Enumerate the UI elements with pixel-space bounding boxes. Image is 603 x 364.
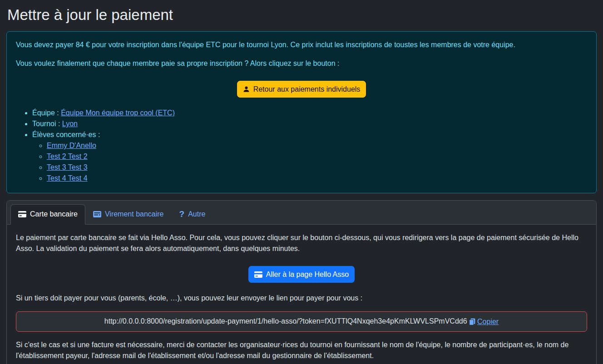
copy-link-label: Copier [477,317,499,327]
payment-link-url: http://0.0.0.0:8000/registration/update-… [104,317,467,325]
helloasso-button-label: Aller à la page Hello Asso [266,270,349,279]
team-label: Équipe : [32,109,59,117]
student-link[interactable]: Test 4 Test 4 [47,174,88,182]
third-party-paragraph: Si un tiers doit payer pour vous (parent… [16,293,587,304]
payment-methods-card: Carte bancaire Virement bancaire ? [6,200,597,364]
helloasso-page-button[interactable]: Aller à la page Hello Asso [248,266,355,283]
tournament-link[interactable]: Lyon [62,120,78,128]
person-icon [243,86,250,93]
invoice-paragraph: Si c'est le cas et si une facture est né… [16,339,587,361]
card-tab-content: Le paiement par carte bancaire se fait v… [7,225,596,364]
back-to-individual-payments-button[interactable]: Retour aux paiements individuels [237,81,366,98]
alert-paragraph-price: Vous devez payer 84 € pour votre inscrip… [16,39,587,50]
bank-transfer-icon [93,211,101,217]
student-link[interactable]: Test 2 Test 2 [47,152,88,160]
registration-details-list: Équipe : Équipe Mon équipe trop cool (ET… [16,108,587,184]
page-title: Mettre à jour le paiement [7,5,596,24]
page: Mettre à jour le paiement Vous devez pay… [0,0,603,364]
student-list-item: Emmy D'Anello [47,140,587,151]
students-list: Emmy D'Anello Test 2 Test 2 Test 3 Test … [32,140,587,184]
credit-card-icon [18,211,26,217]
helloasso-paragraph: Le paiement par carte bancaire se fait v… [16,232,587,254]
credit-card-icon [254,271,262,278]
tab-autre[interactable]: ? Autre [172,204,213,225]
helloasso-button-row: Aller à la page Hello Asso [16,266,587,283]
payment-tabs: Carte bancaire Virement bancaire ? [10,204,593,225]
student-list-item: Test 3 Test 3 [47,162,587,173]
tab-virement-bancaire[interactable]: Virement bancaire [85,204,172,225]
question-mark-icon: ? [179,210,185,218]
student-link[interactable]: Test 3 Test 3 [47,163,88,171]
tournament-list-item: Tournoi : Lyon [32,118,587,129]
tab-label: Virement bancaire [105,209,164,219]
student-link[interactable]: Emmy D'Anello [47,142,96,149]
tournament-label: Tournoi : [32,120,60,128]
tab-carte-bancaire[interactable]: Carte bancaire [10,204,85,225]
team-link[interactable]: Équipe Mon équipe trop cool (ETC) [61,109,175,117]
payment-info-alert: Vous devez payer 84 € pour votre inscrip… [6,31,597,193]
back-button-label: Retour aux paiements individuels [253,84,361,94]
payment-link-box: http://0.0.0.0:8000/registration/update-… [16,311,587,332]
back-button-row: Retour aux paiements individuels [16,81,587,98]
student-list-item: Test 2 Test 2 [47,151,587,162]
students-list-item: Élèves concerné·es : Emmy D'Anello Test … [32,129,587,184]
tab-label: Carte bancaire [30,209,78,219]
students-label: Élèves concerné·es : [32,131,100,138]
copy-icon [469,318,475,325]
alert-paragraph-individual: Vous voulez finalement que chaque membre… [16,58,587,69]
tab-label: Autre [188,209,205,219]
student-list-item: Test 4 Test 4 [47,173,587,184]
payment-tabs-header: Carte bancaire Virement bancaire ? [7,201,596,225]
team-list-item: Équipe : Équipe Mon équipe trop cool (ET… [32,108,587,118]
copy-link[interactable]: Copier [469,317,499,327]
